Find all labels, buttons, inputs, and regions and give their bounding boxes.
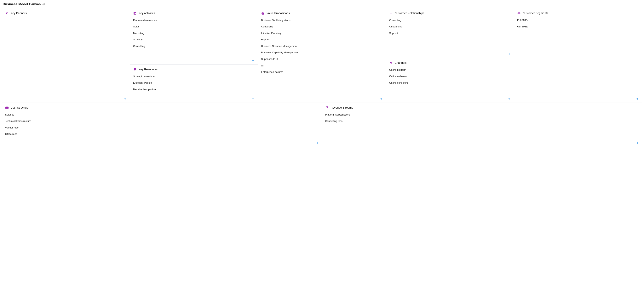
- list-item[interactable]: Excellent People: [133, 81, 255, 84]
- add-button[interactable]: [506, 96, 512, 101]
- list-item[interactable]: US SMEs: [517, 25, 639, 28]
- section-items: Platform developmentSalesMarketingStrate…: [133, 19, 255, 48]
- list-item[interactable]: Reports: [261, 38, 383, 41]
- section-title: Channels: [395, 61, 406, 64]
- list-item[interactable]: Business Capability Management: [261, 51, 383, 54]
- section-title: Customer Relationships: [395, 11, 424, 15]
- list-item[interactable]: Best-in-class platform: [133, 88, 255, 91]
- list-item[interactable]: Consulting: [261, 25, 383, 28]
- section-items: EU SMEsUS SMEs: [517, 19, 639, 28]
- section-header: Value Propositions: [261, 11, 383, 15]
- calendar-check-icon: [133, 11, 137, 15]
- add-button[interactable]: [635, 140, 640, 146]
- section-title: Key Activities: [138, 11, 155, 15]
- page-title: Business Model Canvas: [3, 2, 41, 6]
- handshake-icon: [5, 11, 9, 15]
- section-key-partners: Key Partners: [2, 8, 130, 103]
- section-header: Key Resources: [133, 68, 255, 71]
- list-item[interactable]: Strategy: [133, 38, 255, 41]
- dollar-icon: [325, 106, 329, 109]
- add-button[interactable]: [122, 96, 128, 101]
- section-header: Key Partners: [5, 11, 127, 15]
- section-customer-segments: Customer Segments EU SMEsUS SMEs: [514, 8, 642, 103]
- list-item[interactable]: Online webinars: [389, 75, 511, 78]
- list-item[interactable]: Technical Infrastructure: [5, 120, 319, 123]
- headset-icon: [389, 11, 393, 15]
- section-title: Customer Segments: [522, 11, 548, 15]
- section-revenue-streams: Revenue Streams Platform SubscriptionsCo…: [322, 103, 642, 147]
- section-title: Cost Structure: [11, 106, 28, 109]
- section-header: Channels: [389, 61, 511, 64]
- column-activities-resources: Key Activities Platform developmentSales…: [130, 8, 258, 103]
- page-header: Business Model Canvas: [2, 2, 642, 6]
- add-button[interactable]: [250, 58, 256, 63]
- list-item[interactable]: Strategic know-how: [133, 75, 255, 78]
- section-key-activities: Key Activities Platform developmentSales…: [130, 8, 258, 64]
- section-title: Key Partners: [11, 11, 27, 15]
- list-item[interactable]: Platform Subscriptions: [325, 113, 639, 116]
- add-button[interactable]: [635, 96, 640, 101]
- add-button[interactable]: [379, 96, 384, 101]
- section-header: Revenue Streams: [325, 106, 639, 109]
- list-item[interactable]: Business Scenario Management: [261, 45, 383, 48]
- column-relationships-channels: Customer Relationships ConsultingOnboard…: [386, 8, 514, 103]
- credit-card-icon: [5, 106, 9, 109]
- list-item[interactable]: Salaries: [5, 113, 319, 116]
- section-header: Customer Relationships: [389, 11, 511, 15]
- section-title: Key Resources: [138, 68, 158, 71]
- list-item[interactable]: Sales: [133, 25, 255, 28]
- list-item[interactable]: Consulting fees: [325, 120, 639, 123]
- venn-icon: [517, 11, 521, 15]
- list-item[interactable]: Business Tool Integrations: [261, 19, 383, 22]
- section-header: Customer Segments: [517, 11, 639, 15]
- section-title: Revenue Streams: [331, 106, 353, 109]
- section-customer-relationships: Customer Relationships ConsultingOnboard…: [386, 8, 514, 58]
- list-item[interactable]: Online consulting: [389, 81, 511, 84]
- section-items: Business Tool IntegrationsConsultingInit…: [261, 19, 383, 74]
- section-header: Cost Structure: [5, 106, 319, 109]
- add-button[interactable]: [506, 51, 512, 57]
- list-item[interactable]: Consulting: [133, 45, 255, 48]
- list-item[interactable]: Online platform: [389, 68, 511, 71]
- truck-icon: [389, 61, 393, 64]
- list-item[interactable]: Marketing: [133, 32, 255, 35]
- info-icon[interactable]: [42, 3, 45, 5]
- section-items: SalariesTechnical InfrastructureVendor f…: [5, 113, 319, 136]
- section-items: ConsultingOnboardingSupport: [389, 19, 511, 35]
- section-key-resources: Key Resources Strategic know-howExcellen…: [130, 64, 258, 103]
- list-item[interactable]: Enterprise Features: [261, 70, 383, 74]
- list-item[interactable]: API: [261, 64, 383, 67]
- business-model-canvas: Business Model Canvas Key Partners: [0, 0, 644, 151]
- canvas-top-grid: Key Partners Key Activities Platform dev…: [2, 8, 642, 103]
- list-item[interactable]: Vendor fees: [5, 126, 319, 129]
- list-item[interactable]: Onboarding: [389, 25, 511, 28]
- list-item[interactable]: Support: [389, 32, 511, 35]
- section-cost-structure: Cost Structure SalariesTechnical Infrast…: [2, 103, 322, 147]
- section-value-propositions: Value Propositions Business Tool Integra…: [258, 8, 386, 103]
- section-channels: Channels Online platformOnline webinarsO…: [386, 58, 514, 103]
- list-item[interactable]: Superior UI/UX: [261, 57, 383, 61]
- list-item[interactable]: Initiative Planning: [261, 32, 383, 35]
- canvas-bottom-grid: Cost Structure SalariesTechnical Infrast…: [2, 103, 642, 147]
- lightbulb-icon: [133, 68, 137, 71]
- list-item[interactable]: EU SMEs: [517, 19, 639, 22]
- section-title: Value Propositions: [266, 11, 290, 15]
- add-button[interactable]: [250, 96, 256, 101]
- list-item[interactable]: Office rent: [5, 133, 319, 136]
- basket-icon: [261, 11, 264, 15]
- section-items: Platform SubscriptionsConsulting fees: [325, 113, 639, 123]
- section-items: Online platformOnline webinarsOnline con…: [389, 68, 511, 84]
- add-button[interactable]: [315, 140, 320, 146]
- section-header: Key Activities: [133, 11, 255, 15]
- section-items: Strategic know-howExcellent PeopleBest-i…: [133, 75, 255, 91]
- list-item[interactable]: Consulting: [389, 19, 511, 22]
- list-item[interactable]: Platform development: [133, 19, 255, 22]
